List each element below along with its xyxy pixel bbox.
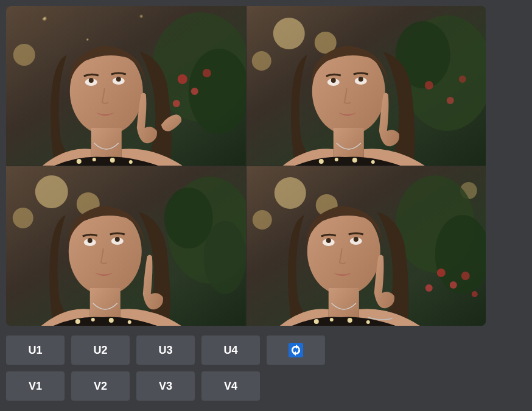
- svg-point-15: [116, 77, 121, 82]
- image-quadrant-4: [247, 166, 486, 326]
- variation-2-button[interactable]: V2: [71, 371, 130, 401]
- svg-point-55: [109, 318, 114, 323]
- svg-point-78: [366, 320, 369, 324]
- svg-point-58: [274, 177, 306, 209]
- svg-point-4: [13, 44, 35, 66]
- variation-3-button[interactable]: V3: [136, 371, 195, 401]
- svg-point-8: [191, 88, 198, 95]
- svg-point-77: [347, 318, 352, 323]
- upscale-3-button[interactable]: U3: [136, 335, 195, 365]
- upscale-1-button[interactable]: U1: [6, 335, 65, 365]
- refresh-icon: [289, 343, 303, 357]
- svg-point-36: [318, 159, 323, 164]
- svg-point-9: [203, 69, 211, 77]
- svg-point-67: [425, 284, 432, 292]
- svg-point-68: [471, 291, 477, 297]
- svg-point-34: [358, 77, 363, 82]
- svg-point-73: [353, 237, 358, 242]
- reroll-button[interactable]: [267, 335, 325, 365]
- svg-point-39: [371, 160, 374, 164]
- svg-point-53: [75, 319, 80, 324]
- image-quadrant-3: [6, 166, 246, 326]
- svg-point-45: [164, 188, 213, 248]
- svg-point-17: [77, 159, 82, 164]
- svg-point-76: [329, 318, 333, 321]
- svg-point-64: [436, 269, 445, 277]
- svg-point-20: [129, 160, 133, 164]
- upscale-4-button[interactable]: U4: [201, 335, 260, 365]
- generation-result-container: U1 U2 U3 U4 V1 V2 V3 V4: [0, 0, 532, 407]
- variation-button-row: V1 V2 V3 V4: [6, 371, 526, 401]
- image-quadrant-1: [6, 6, 246, 166]
- svg-point-65: [449, 281, 457, 289]
- svg-point-18: [93, 158, 96, 161]
- svg-point-37: [334, 158, 338, 161]
- svg-point-22: [273, 18, 304, 49]
- svg-point-38: [352, 158, 357, 163]
- image-grid[interactable]: [6, 6, 486, 326]
- svg-point-43: [13, 208, 33, 228]
- svg-point-66: [461, 272, 469, 280]
- upscale-button-row: U1 U2 U3 U4: [6, 335, 526, 365]
- svg-point-50: [88, 238, 93, 243]
- upscale-2-button[interactable]: U2: [71, 335, 130, 365]
- svg-point-24: [251, 51, 271, 71]
- svg-point-10: [173, 100, 180, 107]
- variation-4-button[interactable]: V4: [201, 371, 260, 401]
- svg-point-72: [326, 238, 331, 243]
- svg-point-19: [110, 158, 115, 163]
- svg-point-41: [35, 175, 68, 208]
- svg-point-3: [125, 13, 155, 42]
- image-quadrant-2: [247, 6, 486, 166]
- svg-point-33: [331, 78, 335, 83]
- svg-point-75: [313, 319, 318, 324]
- svg-point-46: [204, 221, 246, 294]
- svg-point-56: [128, 320, 131, 324]
- svg-point-7: [178, 74, 187, 84]
- svg-point-1: [38, 13, 72, 47]
- svg-point-29: [458, 76, 466, 83]
- svg-point-27: [424, 81, 433, 90]
- svg-point-14: [89, 78, 94, 83]
- variation-1-button[interactable]: V1: [6, 371, 65, 401]
- svg-point-28: [446, 97, 453, 104]
- svg-point-54: [91, 318, 95, 321]
- svg-point-51: [115, 237, 120, 242]
- svg-point-60: [252, 210, 271, 230]
